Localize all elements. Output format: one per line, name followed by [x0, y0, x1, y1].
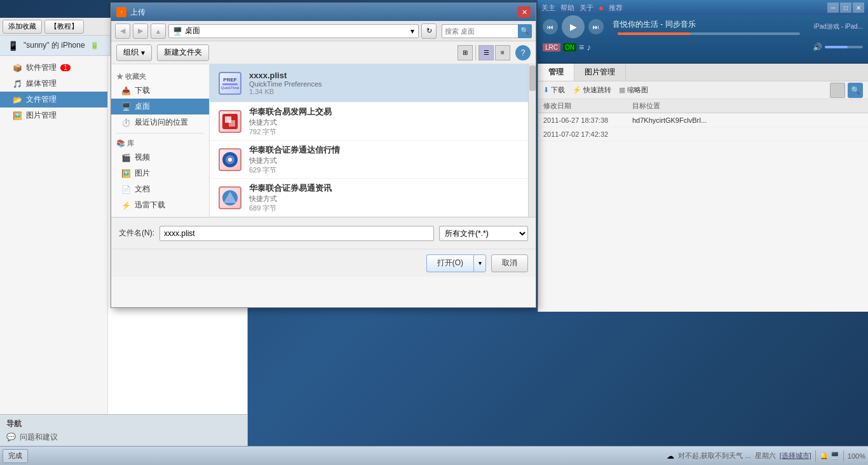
- mp-play-btn[interactable]: ▶: [562, 15, 585, 38]
- zoom-level: 100%: [848, 452, 865, 460]
- music-vol-icon: 🔊: [813, 43, 822, 52]
- thumbnail-icon: ▦: [619, 86, 625, 94]
- file-item-sc2[interactable]: 华泰联合证券通达信行情 快捷方式 629 字节: [210, 141, 536, 179]
- music-player-tab-main[interactable]: 关主: [541, 3, 555, 13]
- dl-search-button[interactable]: 🔍: [848, 83, 863, 98]
- app-sidebar: 📦 软件管理 1 🎵 媒体管理 📂 文件管理 🖼️ 图片管理: [0, 56, 108, 414]
- sidebar-item-media[interactable]: 🎵 媒体管理: [0, 76, 107, 92]
- music-player-maximize[interactable]: □: [840, 3, 851, 13]
- organize-btn[interactable]: 组织 ▾: [116, 45, 152, 61]
- media-icon: 🎵: [13, 80, 22, 88]
- recent-folder-icon: ⏱️: [121, 118, 131, 127]
- desktop-folder-icon: 🖥️: [121, 102, 131, 111]
- file-item-sc1[interactable]: 华泰联合易发网上交易 快捷方式 792 字节: [210, 102, 536, 141]
- music-player-tab-about[interactable]: 关于: [580, 3, 593, 13]
- sidebar-item-files[interactable]: 📂 文件管理: [0, 92, 107, 108]
- city-label[interactable]: [选择城市]: [780, 451, 811, 461]
- dl-btn-thumbnail[interactable]: ▦ 缩略图: [619, 85, 648, 95]
- dsidebar-item-pictures[interactable]: 🖼️ 图片: [111, 165, 209, 181]
- volume-bar[interactable]: [825, 46, 863, 48]
- dialog-body: ★ 收藏夹 📥 下载 🖥️ 桌面 ⏱️ 最近访问的位置 📚 库 🎬 视频 🖼️: [111, 64, 536, 217]
- shortcut-icon-3: [219, 186, 241, 209]
- search-input[interactable]: [442, 24, 518, 38]
- music-player-minimize[interactable]: ─: [827, 3, 839, 13]
- music-player-close[interactable]: ✕: [853, 3, 864, 13]
- open-dropdown-btn[interactable]: ▾: [473, 254, 486, 272]
- dsidebar-item-docs[interactable]: 📄 文档: [111, 181, 209, 197]
- taskbar-item-label: 完成: [8, 451, 22, 461]
- photos-label: 图片管理: [26, 110, 57, 121]
- search-submit-btn[interactable]: 🔍: [518, 24, 532, 38]
- taskbar-sep: [815, 450, 816, 462]
- dl-tab-manage[interactable]: 管理: [538, 64, 574, 81]
- dl-table-header: 修改日期 目标位置: [538, 99, 868, 113]
- nav-refresh-btn[interactable]: ↻: [421, 24, 437, 39]
- music-progress-bar[interactable]: [618, 32, 800, 35]
- help-btn[interactable]: ?: [515, 45, 531, 60]
- dialog-sidebar: ★ 收藏夹 📥 下载 🖥️ 桌面 ⏱️ 最近访问的位置 📚 库 🎬 视频 🖼️: [111, 64, 210, 217]
- dl-btn-quickjump[interactable]: ⚡ 快速跳转: [573, 85, 611, 95]
- dl-tab-photos[interactable]: 图片管理: [574, 64, 626, 81]
- dialog-filelist: PREF QuickTime xxxx.plist QuickTime Pref…: [210, 64, 536, 217]
- file-icon-plist-wrap: PREF QuickTime: [217, 71, 243, 96]
- dialog-close-btn[interactable]: ✕: [518, 6, 531, 18]
- dsidebar-item-recent[interactable]: ⏱️ 最近访问的位置: [111, 115, 209, 130]
- file-desc-plist: QuickTime Preferences: [249, 80, 528, 88]
- sidebar-group-library: 📚 库: [111, 136, 209, 149]
- open-button[interactable]: 打开(O): [426, 254, 473, 272]
- file-desc-sc2: 快捷方式: [249, 156, 528, 165]
- file-name-plist: xxxx.plist: [249, 71, 528, 80]
- dialog-bottom: 文件名(N): 所有文件(*.*): [111, 217, 536, 249]
- sidebar-item-software[interactable]: 📦 软件管理 1: [0, 60, 107, 76]
- dl-date-0: 2011-06-27 18:37:38: [543, 116, 632, 124]
- sidebar-item-photos[interactable]: 🖼️ 图片管理: [0, 108, 107, 123]
- dsidebar-item-desktop[interactable]: 🖥️ 桌面: [111, 99, 209, 115]
- file-item-plist[interactable]: PREF QuickTime xxxx.plist QuickTime Pref…: [210, 64, 536, 102]
- add-bookmark-btn[interactable]: 添加收藏: [3, 20, 42, 34]
- col-header-date: 修改日期: [543, 101, 632, 111]
- location-dropdown[interactable]: 🖥️ 桌面 ▾: [168, 24, 419, 38]
- lrc-button[interactable]: LRC: [543, 43, 560, 52]
- dialog-navbar: ◀ ▶ ▲ 🖥️ 桌面 ▾ ↻ 🔍: [111, 21, 536, 41]
- dsidebar-item-music[interactable]: 🎵 音乐: [111, 213, 209, 217]
- nav-back-btn[interactable]: ◀: [115, 24, 130, 39]
- dl-row-1[interactable]: 2011-07-02 17:42:32: [538, 127, 868, 141]
- file-item-sc3[interactable]: 华泰联合证券易通资讯 快捷方式 689 字节: [210, 179, 536, 217]
- nav-item-feedback[interactable]: 问题和建议: [20, 432, 58, 443]
- mp-prev-btn[interactable]: ⏮: [543, 19, 558, 34]
- cancel-button[interactable]: 取消: [491, 254, 528, 272]
- taskbar-right: ☁ 对不起,获取不到天气 ... 星期六 [选择城市] 🔔 🖥️ 100%: [667, 450, 865, 462]
- dropdown-arrow-icon: ▾: [410, 27, 414, 36]
- view-toggle-btn[interactable]: [830, 83, 845, 98]
- music-player-tab-help[interactable]: 帮助: [560, 3, 574, 13]
- file-desc-sc1: 快捷方式: [249, 118, 528, 127]
- weather-text: 对不起,获取不到天气 ...: [678, 451, 750, 461]
- nav-up-btn[interactable]: ▲: [151, 24, 166, 39]
- nav-forward-btn[interactable]: ▶: [133, 24, 148, 39]
- filelist-scrollbar[interactable]: [528, 64, 536, 217]
- nav-icon-feedback: 💬: [6, 433, 16, 441]
- music-icon-2: ♪: [587, 42, 591, 52]
- view-extra-btn[interactable]: ⊞: [458, 45, 473, 60]
- view-detail-btn[interactable]: ≡: [495, 45, 510, 60]
- dl-target-0: hd7KhycirtGK9FclvBrI...: [632, 116, 863, 124]
- view-list-btn[interactable]: ☰: [478, 45, 494, 60]
- new-folder-btn[interactable]: 新建文件夹: [157, 45, 209, 61]
- upload-dialog: ↑ 上传 ✕ ◀ ▶ ▲ 🖥️ 桌面 ▾ ↻ 🔍 组织 ▾ 新建文件夹 ⊞ ☰: [111, 3, 536, 308]
- dl-btn-download[interactable]: ⬇ 下载: [543, 85, 565, 95]
- music-player-tab-recommend[interactable]: 推荐: [609, 3, 623, 13]
- software-label: 软件管理: [26, 62, 57, 73]
- filename-input[interactable]: [159, 226, 434, 241]
- dsidebar-item-download[interactable]: 📥 下载: [111, 83, 209, 99]
- sidebar-sep: [116, 133, 204, 134]
- filetype-select[interactable]: 所有文件(*.*): [439, 226, 528, 241]
- files-icon: 📂: [13, 95, 22, 104]
- taskbar-item-done[interactable]: 完成: [3, 449, 28, 463]
- tutorial-btn[interactable]: 【教程】: [44, 20, 84, 34]
- dl-row-0[interactable]: 2011-06-27 18:37:38 hd7KhycirtGK9FclvBrI…: [538, 113, 868, 127]
- dialog-titlebar: ↑ 上传 ✕: [111, 3, 536, 21]
- dsidebar-item-video[interactable]: 🎬 视频: [111, 149, 209, 165]
- mp-next-btn[interactable]: ⏭: [588, 19, 604, 34]
- dsidebar-item-xunlei[interactable]: ⚡ 迅雷下载: [111, 197, 209, 213]
- file-name-sc2: 华泰联合证券通达信行情: [249, 144, 528, 156]
